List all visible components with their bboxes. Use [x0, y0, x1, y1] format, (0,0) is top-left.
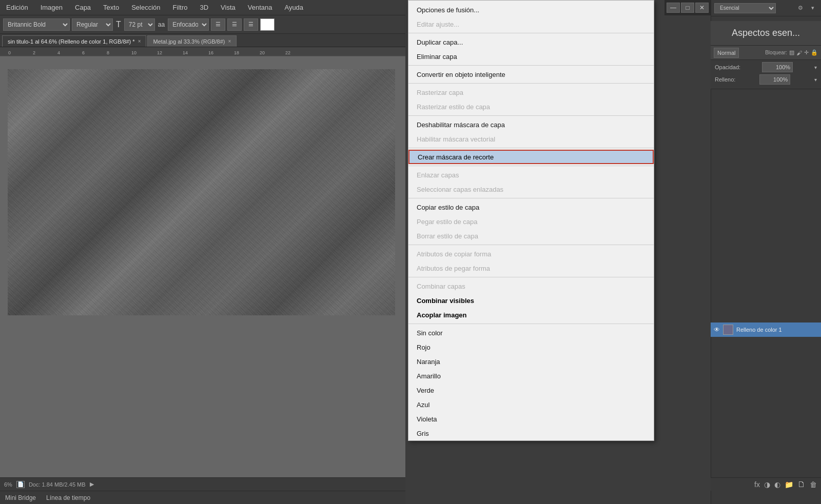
fill-input[interactable] [759, 74, 790, 85]
workspace-select[interactable]: Esencial [714, 3, 776, 13]
ctx-item-combinar-capas: Combinar capas [408, 279, 654, 293]
aspects-text: Aspectos esen... [732, 28, 800, 38]
ruler-10: 10 [131, 50, 136, 55]
ruler-18: 18 [234, 50, 239, 55]
tab-close-metal[interactable]: × [228, 38, 231, 44]
delete-layer-btn[interactable]: 🗑 [810, 480, 817, 489]
lock-paint-btn[interactable]: 🖌 [796, 50, 802, 56]
ctx-separator-5 [408, 65, 654, 66]
ruler: 0 2 4 6 8 10 12 14 16 18 20 22 [0, 47, 405, 56]
ruler-0: 0 [8, 50, 11, 55]
menu-item-edicion[interactable]: Edición [4, 3, 30, 12]
align-right-button[interactable]: ☰ [244, 18, 258, 31]
add-layer-style-btn[interactable]: fx [754, 480, 760, 489]
opacity-row: Opacidad: ▾ [715, 62, 817, 72]
lock-transparent-btn[interactable]: ▨ [789, 49, 794, 56]
opacity-arrow[interactable]: ▾ [814, 65, 817, 70]
timeline-link[interactable]: Línea de tiempo [46, 494, 90, 501]
close-button[interactable]: ✕ [695, 3, 709, 13]
ctx-item-eliminar-capa[interactable]: Eliminar capa [408, 49, 654, 64]
maximize-button[interactable]: □ [681, 3, 694, 13]
svg-rect-5 [8, 69, 395, 315]
new-adjustment-btn[interactable]: ◐ [774, 480, 780, 489]
ruler-12: 12 [157, 50, 162, 55]
lock-label: Bloquear: [765, 50, 787, 55]
ctx-item-borrar-estilo-de-capa: Borrar estilo de capa [408, 229, 654, 243]
menu-item-ventana[interactable]: Ventana [246, 3, 275, 12]
layer-normal-select[interactable]: Normal [714, 48, 739, 58]
ctx-separator-22 [408, 245, 654, 245]
fill-arrow[interactable]: ▾ [814, 77, 817, 83]
ctx-item-atributos-de-pegar-forma: Atributos de pegar forma [408, 261, 654, 275]
menu-item-capa[interactable]: Capa [73, 3, 93, 12]
metal-lines-svg2 [8, 69, 395, 315]
ctx-item-sin-color[interactable]: Sin color [408, 326, 654, 340]
ruler-2: 2 [33, 50, 35, 55]
menu-item-seleccion[interactable]: Selección [129, 3, 162, 12]
menu-item-filtro[interactable]: Filtro [171, 3, 190, 12]
layer-item[interactable]: 👁 Relleno de color 1 [711, 322, 821, 337]
ctx-item-editar-ajuste: Editar ajuste... [408, 17, 654, 31]
new-layer-btn[interactable]: 🗋 [797, 480, 806, 489]
ctx-item-verde[interactable]: Verde [408, 383, 654, 397]
ctx-item-deshabilitar-máscara-de-capa[interactable]: Deshabilitar máscara de capa [408, 117, 654, 132]
ctx-item-azul[interactable]: Azul [408, 397, 654, 412]
font-style-select[interactable]: Regular [72, 18, 113, 31]
ctx-item-crear-máscara-de-recorte[interactable]: Crear máscara de recorte [408, 150, 654, 164]
align-left-button[interactable]: ☰ [211, 18, 225, 31]
ctx-item-combinar-visibles[interactable]: Combinar visibles [408, 293, 654, 308]
ruler-14: 14 [183, 50, 188, 55]
lock-move-btn[interactable]: ✛ [804, 49, 809, 56]
toolbar: Britannic Bold Regular T 72 pt aa Enfoca… [0, 15, 405, 34]
right-panel-top: Esencial ⚙ ▾ [711, 0, 821, 16]
tab-label-metal: Metal.jpg al 33.3% (RGB/8#) [153, 38, 225, 45]
layer-visibility-eye[interactable]: 👁 [714, 326, 720, 333]
ctx-item-violeta[interactable]: Violeta [408, 412, 654, 426]
minimize-button[interactable]: — [667, 3, 680, 13]
foreground-color-box[interactable] [260, 18, 275, 31]
menu-item-texto[interactable]: Texto [101, 3, 121, 12]
zoom-level: 6% [4, 481, 12, 488]
ctx-separator-13 [408, 148, 654, 148]
mini-bridge-link[interactable]: Mini Bridge [5, 494, 36, 501]
menu-item-3d[interactable]: 3D [198, 3, 210, 12]
ctx-item-naranja[interactable]: Naranja [408, 354, 654, 369]
tab-close-sin-titulo[interactable]: × [138, 38, 141, 44]
panel-icon-2[interactable]: ▾ [808, 3, 818, 13]
ctx-separator-2 [408, 33, 654, 33]
new-folder-btn[interactable]: 📁 [785, 480, 793, 489]
ctx-item-rasterizar-estilo-de-capa: Rasterizar estilo de capa [408, 99, 654, 114]
ruler-8: 8 [107, 50, 109, 55]
bottom-panel: Mini Bridge Línea de tiempo [0, 491, 405, 504]
ctx-item-amarillo[interactable]: Amarillo [408, 369, 654, 383]
tab-sin-titulo[interactable]: sin titulo-1 al 64.6% (Relleno de color … [2, 35, 146, 47]
ctx-item-convertir-en-objeto-inteligente[interactable]: Convertir en objeto inteligente [408, 67, 654, 82]
metal-canvas [8, 69, 395, 315]
layers-panel: Normal Bloquear: ▨ 🖌 ✛ 🔒 Opacidad: ▾ Rel… [711, 46, 821, 89]
status-arrow[interactable]: ▶ [90, 481, 94, 488]
ctx-item-acoplar-imagen[interactable]: Acoplar imagen [408, 308, 654, 322]
panel-icon-1[interactable]: ⚙ [795, 3, 806, 13]
add-mask-btn[interactable]: ◑ [764, 480, 770, 489]
ctx-item-habilitar-máscara-vectorial: Habilitar máscara vectorial [408, 132, 654, 146]
tab-label-sin-titulo: sin titulo-1 al 64.6% (Relleno de color … [8, 38, 135, 45]
ruler-6: 6 [82, 50, 85, 55]
doc-info-icon[interactable]: 📄 [16, 481, 25, 488]
aspects-label[interactable]: Aspectos esen... [711, 21, 821, 46]
font-family-select[interactable]: Britannic Bold [3, 18, 70, 31]
opacity-input[interactable] [762, 62, 793, 72]
menu-item-ayuda[interactable]: Ayuda [282, 3, 305, 12]
menu-item-imagen[interactable]: Imagen [38, 3, 65, 12]
ctx-item-copiar-estilo-de-capa[interactable]: Copiar estilo de capa [408, 200, 654, 214]
align-center-button[interactable]: ☰ [227, 18, 242, 31]
tab-metal[interactable]: Metal.jpg al 33.3% (RGB/8#) × [147, 35, 237, 47]
ctx-item-duplicar-capa[interactable]: Duplicar capa... [408, 35, 654, 49]
antialiasing-select[interactable]: Enfocado [168, 18, 209, 31]
font-size-select[interactable]: 72 pt [124, 18, 155, 31]
lock-all-btn[interactable]: 🔒 [811, 49, 818, 56]
ctx-item-gris[interactable]: Gris [408, 426, 654, 440]
window-controls: — □ ✕ [664, 0, 711, 15]
menu-item-vista[interactable]: Vista [219, 3, 238, 12]
ctx-item-opciones-de-fusión[interactable]: Opciones de fusión... [408, 3, 654, 17]
ctx-item-rojo[interactable]: Rojo [408, 340, 654, 354]
